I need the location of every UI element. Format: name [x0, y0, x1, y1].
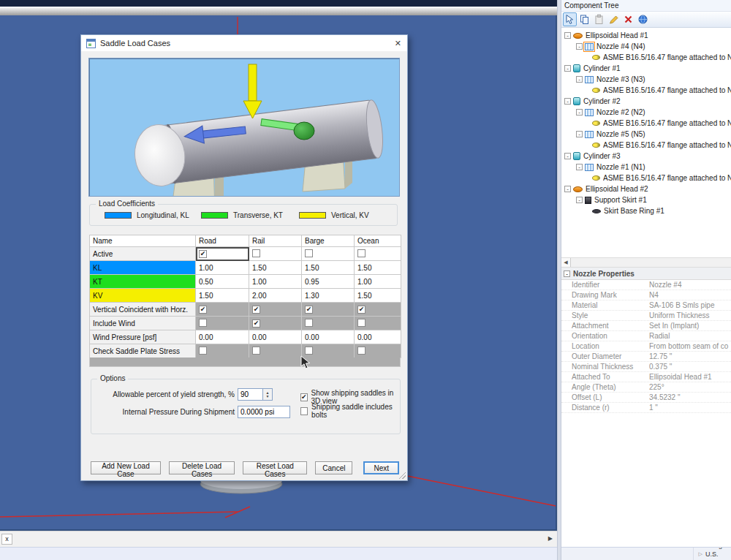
- value-cell[interactable]: 1.00: [355, 275, 401, 289]
- tree-item[interactable]: ASME B16.5/16.47 flange attached to N: [561, 140, 731, 151]
- property-row[interactable]: Offset (L)34.5232 ": [561, 393, 731, 403]
- checkbox-cell[interactable]: [355, 344, 401, 358]
- tree-item[interactable]: -Nozzle #5 (N5): [561, 129, 731, 140]
- cancel-button[interactable]: Cancel: [315, 461, 352, 474]
- tree-expand-icon[interactable]: -: [576, 76, 583, 83]
- value-cell[interactable]: 0.95: [302, 275, 355, 289]
- tree-expand-icon[interactable]: -: [564, 153, 571, 159]
- tree-expand-icon[interactable]: -: [576, 164, 583, 170]
- value-cell[interactable]: 0.00: [302, 330, 355, 344]
- checkbox-cell[interactable]: [196, 344, 249, 358]
- tree-item[interactable]: Skirt Base Ring #1: [561, 205, 731, 216]
- checkbox-cell[interactable]: ✔: [249, 303, 302, 317]
- checkbox-cell[interactable]: ✔: [196, 303, 249, 317]
- value-cell[interactable]: 0.00: [355, 330, 401, 344]
- paste-icon[interactable]: [592, 12, 606, 26]
- property-row[interactable]: AttachmentSet In (Implant): [561, 321, 731, 331]
- table-bottom-strip[interactable]: [89, 357, 401, 367]
- value-cell[interactable]: 0.00: [196, 330, 249, 344]
- property-label: Drawing Mark: [561, 290, 649, 300]
- checkbox-cell[interactable]: ✔: [196, 247, 249, 261]
- tree-item[interactable]: ASME B16.5/16.47 flange attached to N: [561, 85, 731, 96]
- property-row[interactable]: OrientationRadial: [561, 331, 731, 341]
- tree-expand-icon[interactable]: -: [564, 98, 571, 105]
- value-cell[interactable]: 0.00: [249, 330, 302, 344]
- value-cell[interactable]: 0.50: [196, 275, 249, 289]
- tree-item[interactable]: -Cylinder #3: [561, 151, 731, 162]
- checkbox-cell[interactable]: [249, 247, 302, 261]
- tree-expand-icon[interactable]: -: [576, 43, 583, 50]
- tree-item[interactable]: ASME B16.5/16.47 flange attached to N: [561, 52, 731, 63]
- tree-item[interactable]: ASME B16.5/16.47 flange attached to N: [561, 173, 731, 183]
- property-row[interactable]: IdentifierNozzle #4: [561, 280, 731, 290]
- internal-pressure-input[interactable]: [238, 406, 290, 418]
- checkbox-cell[interactable]: ✔: [302, 303, 355, 317]
- value-cell[interactable]: 1.50: [249, 261, 302, 275]
- delete-icon[interactable]: [621, 12, 635, 26]
- checkbox-cell[interactable]: [249, 344, 302, 358]
- property-row[interactable]: Nominal Thickness0.375 ": [561, 362, 731, 372]
- checkbox-cell[interactable]: ✔: [355, 303, 401, 317]
- tree-item[interactable]: -Cylinder #1: [561, 63, 731, 74]
- help-icon[interactable]: [636, 12, 650, 26]
- value-cell[interactable]: 1.30: [302, 289, 355, 303]
- checkbox-cell[interactable]: [302, 317, 355, 330]
- next-button[interactable]: Next: [363, 461, 399, 474]
- property-row[interactable]: Angle (Theta)225°: [561, 382, 731, 393]
- tree-item[interactable]: -Nozzle #2 (N2): [561, 107, 731, 118]
- checkbox-cell[interactable]: [355, 247, 401, 261]
- tree-expand-icon[interactable]: -: [576, 131, 583, 137]
- tree-scroll-left-icon[interactable]: ◀: [561, 258, 571, 267]
- dialog-titlebar[interactable]: Saddle Load Cases ✕: [81, 35, 407, 51]
- property-row[interactable]: Drawing MarkN4: [561, 290, 731, 300]
- scrollbar-right-arrow-icon[interactable]: ▶: [548, 535, 553, 542]
- checkbox-cell[interactable]: ✔: [249, 317, 302, 330]
- close-icon[interactable]: ✕: [395, 39, 401, 48]
- tree-item[interactable]: -Support Skirt #1: [561, 194, 731, 205]
- checkbox-cell[interactable]: [355, 317, 401, 330]
- value-cell[interactable]: 1.50: [355, 261, 401, 275]
- value-cell[interactable]: 1.00: [196, 261, 249, 275]
- checkbox-cell[interactable]: [302, 247, 355, 261]
- property-row[interactable]: LocationFrom bottom seam of co: [561, 341, 731, 352]
- properties-header[interactable]: - Nozzle Properties: [561, 268, 731, 280]
- add-new-load-case-button[interactable]: Add New Load Case: [91, 461, 161, 474]
- tree-item[interactable]: -Nozzle #1 (N1): [561, 162, 731, 173]
- tree-expand-icon[interactable]: -: [564, 186, 571, 192]
- property-row[interactable]: Attached ToEllipsoidal Head #1: [561, 372, 731, 382]
- value-cell[interactable]: 1.50: [196, 289, 249, 303]
- copy-icon[interactable]: [577, 12, 591, 26]
- property-row[interactable]: MaterialSA-106 B Smls pipe: [561, 300, 731, 311]
- scrollbar-left-button[interactable]: x: [1, 534, 12, 545]
- value-cell[interactable]: 1.50: [355, 289, 401, 303]
- tree-item[interactable]: -Ellipsoidal Head #2: [561, 183, 731, 194]
- value-cell[interactable]: 1.50: [302, 261, 355, 275]
- tree-expand-icon[interactable]: -: [576, 197, 583, 203]
- include-bolts-checkbox[interactable]: Shipping saddle includes bolts: [300, 403, 400, 419]
- tree-item[interactable]: -Nozzle #4 (N4): [561, 41, 731, 52]
- tree-item[interactable]: ASME B16.5/16.47 flange attached to N: [561, 118, 731, 129]
- property-row[interactable]: StyleUniform Thickness: [561, 311, 731, 321]
- tree-expand-icon[interactable]: -: [564, 65, 571, 72]
- reset-load-cases-button[interactable]: Reset Load Cases: [243, 461, 307, 474]
- tree-expand-icon[interactable]: -: [564, 32, 571, 39]
- collapse-icon[interactable]: -: [564, 270, 570, 277]
- tree-expand-icon[interactable]: -: [576, 109, 583, 116]
- property-row[interactable]: Distance (r)1 ": [561, 403, 731, 413]
- yield-strength-input[interactable]: [238, 388, 263, 401]
- tree-horizontal-scrollbar[interactable]: ◀: [561, 257, 731, 268]
- edit-icon[interactable]: [607, 12, 621, 26]
- tree-item[interactable]: -Nozzle #3 (N3): [561, 74, 731, 85]
- select-icon[interactable]: [563, 12, 577, 26]
- main-horizontal-scrollbar[interactable]: x ▶: [0, 531, 557, 547]
- status-item-us[interactable]: ▷U.S.: [693, 550, 731, 559]
- checkbox-cell[interactable]: [196, 317, 249, 330]
- property-row[interactable]: Outer Diameter12.75 ": [561, 352, 731, 362]
- yield-strength-stepper[interactable]: ▲▼: [263, 388, 273, 401]
- delete-load-cases-button[interactable]: Delete Load Cases: [169, 461, 235, 474]
- resize-grip[interactable]: [399, 472, 406, 479]
- tree-item[interactable]: -Cylinder #2: [561, 96, 731, 107]
- value-cell[interactable]: 2.00: [249, 289, 302, 303]
- value-cell[interactable]: 1.00: [249, 275, 302, 289]
- tree-item[interactable]: -Ellipsoidal Head #1: [561, 30, 731, 41]
